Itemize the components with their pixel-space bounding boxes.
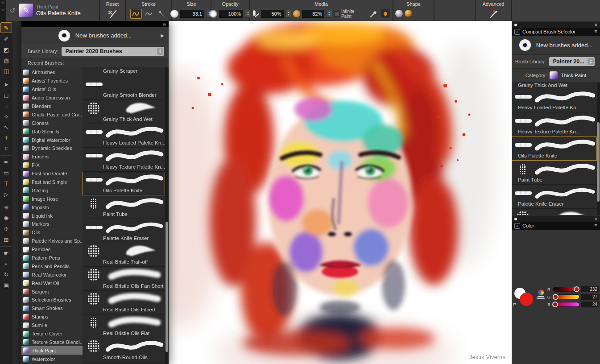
color-panel-titlebar[interactable]: × Color ≡ — [512, 222, 600, 230]
brush-panel-titlebar[interactable]: ≡ — [21, 21, 169, 27]
brush-category-item[interactable]: Cloners — [21, 119, 83, 127]
brush-category-item[interactable]: Liquid Ink — [21, 211, 83, 220]
grabber-hand-tool[interactable]: ☛ — [1, 248, 12, 258]
brush-category-item[interactable]: Pattern Pens — [21, 254, 83, 262]
brush-category-item[interactable]: Artists' Oils — [21, 85, 83, 94]
brush-category-item[interactable]: Artists' Favorites — [21, 77, 83, 85]
brush-variant-item[interactable]: Real Bristle Trail-off — [512, 209, 597, 215]
brush-category-item[interactable]: Real Wet Oil — [21, 279, 83, 287]
brush-category-item[interactable]: Chalk, Pastel and Cra... — [21, 110, 83, 119]
brush-tool[interactable]: ✎ — [0, 22, 12, 33]
brush-category-item[interactable]: Dynamic Speckles — [21, 144, 83, 153]
brush-library-dropdown[interactable]: Painter 2020 Brushes ▲▼ — [62, 47, 164, 56]
brush-variant-item[interactable]: Heavy Loaded Palette Kn... — [83, 124, 165, 148]
advanced-brush-icon[interactable] — [488, 9, 498, 18]
rc-brush-library-dropdown[interactable]: Painter 20... ▲▼ — [549, 57, 595, 66]
swap-colors-icon[interactable]: ⇄ — [513, 302, 517, 306]
variant-list-scrollbar[interactable] — [165, 67, 169, 364]
brush-variant-item[interactable]: Grainy Scraper — [83, 67, 165, 76]
size-dab-icon[interactable] — [170, 10, 178, 18]
crop-tool[interactable]: ⌗ — [1, 144, 12, 153]
mirror-painting-tool[interactable]: ✳ — [1, 203, 12, 212]
rc-variant-list-scrollbar[interactable] — [597, 83, 600, 215]
magnifier-tool[interactable]: ⌕ — [1, 259, 12, 269]
shape-sphere-icon[interactable] — [395, 10, 403, 17]
brush-variant-item[interactable]: Oils Palette Knife — [512, 136, 597, 161]
brush-category-item[interactable]: Pens and Pencils — [21, 262, 83, 270]
perspective-guides-tool[interactable]: ⊞ — [1, 235, 12, 244]
brush-category-item[interactable]: Airbrushes — [21, 68, 83, 77]
freehand-stroke-button[interactable] — [130, 9, 142, 19]
brush-category-item[interactable]: Real Watercolor — [21, 270, 83, 279]
media-flow-value-field[interactable]: 50% — [261, 10, 284, 18]
brush-category-item[interactable]: Oils — [21, 228, 83, 237]
media-flow-stepper[interactable]: ▲▼ — [286, 10, 292, 18]
brush-category-item[interactable]: Fast and Ornate — [21, 170, 83, 178]
brush-category-item[interactable]: Smart Strokes — [21, 304, 83, 313]
gradient-tool[interactable]: ▧ — [1, 55, 12, 65]
infinite-paint-checkbox[interactable] — [334, 11, 339, 17]
brush-variant-item[interactable]: Heavy Loaded Palette Kn... — [512, 88, 597, 112]
eyedropper-icon[interactable] — [370, 10, 378, 18]
selection-adjuster-tool[interactable]: ✛ — [1, 133, 12, 143]
brush-category-item[interactable]: Texture Cover — [21, 330, 83, 338]
brush-category-item[interactable]: Digital Watercolor — [21, 136, 83, 144]
channel-value-field[interactable]: 27 — [581, 294, 599, 300]
lasso-tool[interactable]: ◌ — [1, 101, 12, 111]
brush-category-item[interactable]: Erasers — [21, 153, 83, 161]
rc-category-row[interactable]: Category: Thick Paint — [512, 69, 600, 83]
brush-variant-item[interactable]: Grainy Smooth Blender — [83, 76, 165, 100]
channel-slider[interactable] — [553, 287, 579, 292]
brush-variant-item[interactable]: Real Bristle Oils Flat — [83, 314, 165, 338]
brush-ghost-toggle-icon[interactable]: ↺ — [8, 6, 17, 15]
brush-variant-item[interactable]: Grainy Thick And Wet — [512, 83, 597, 88]
compact-brush-selector-titlebar[interactable]: × Compact Brush Selector ≡ — [512, 28, 600, 36]
brush-category-item[interactable]: Blenders — [21, 102, 83, 111]
close-icon[interactable]: × — [514, 29, 520, 35]
brush-variant-item[interactable]: Real Bristle Trail-off — [83, 243, 165, 267]
eraser-tool[interactable]: ◫ — [1, 66, 12, 76]
magic-wand-tool[interactable]: ✧ — [1, 112, 12, 121]
brush-variant-item[interactable]: Heavy Texture Palette Kn... — [83, 148, 165, 171]
brush-variant-item[interactable]: Palette Knife Eraser — [512, 185, 597, 209]
brush-category-item[interactable]: Selection Brushes — [21, 296, 83, 304]
text-tool[interactable]: T — [1, 178, 12, 188]
slider-handle[interactable] — [574, 286, 579, 292]
color-drawer-bar[interactable]: ≡ — [512, 216, 600, 222]
banner-arrow-icon[interactable]: ▶ — [161, 33, 164, 38]
channel-value-field[interactable]: 24 — [581, 302, 599, 307]
brush-variant-item[interactable]: Heavy Texture Palette Kn... — [512, 112, 597, 136]
slider-handle[interactable] — [553, 294, 559, 300]
brush-category-item[interactable]: F-X — [21, 161, 83, 170]
painting[interactable]: Jesus Viveros — [156, 21, 512, 364]
color-drawer-menu-icon[interactable]: ≡ — [595, 217, 597, 221]
reset-brush-icon[interactable] — [108, 9, 117, 18]
color-options-icon[interactable]: ≡ — [594, 223, 597, 228]
brush-variant-item[interactable]: Paint Tube — [512, 161, 597, 185]
channel-value-field[interactable]: 232 — [581, 286, 599, 292]
drawer-menu-icon[interactable]: ≡ — [595, 23, 597, 27]
panel-options-icon[interactable]: ≡ — [594, 29, 597, 34]
brush-variant-item[interactable]: Palette Knife Eraser — [83, 219, 165, 243]
layer-adjuster-tool[interactable]: ➤ — [1, 79, 12, 89]
brush-category-item[interactable]: Particles — [21, 245, 83, 254]
dropper-tool[interactable]: ✐ — [1, 34, 12, 44]
scrollbar-thumb[interactable] — [166, 222, 168, 352]
mixer-pad-button[interactable] — [380, 9, 391, 19]
brush-variant-item[interactable]: Real Bristle Oils Filbert — [83, 291, 165, 314]
rotate-page-tool[interactable]: ↻ — [1, 269, 12, 279]
brush-category-item[interactable]: Texture Source Blendi... — [21, 338, 83, 347]
brush-category-item[interactable]: Watercolor — [21, 355, 83, 363]
media-amount-value-field[interactable]: 82% — [302, 10, 324, 18]
brush-variant-item[interactable]: Paint Tube — [83, 195, 165, 219]
brush-variant-item[interactable]: Real Bristle Oils Fan Short — [83, 267, 165, 290]
slider-handle[interactable] — [552, 302, 558, 307]
brush-category-item[interactable]: Audio Expression — [21, 94, 83, 102]
brush-variant-item[interactable]: Grainy Thick And Wet — [83, 100, 165, 124]
color-swatches[interactable]: ⇄ — [513, 287, 534, 307]
brush-category-item[interactable]: Glazing — [21, 186, 83, 194]
channel-slider[interactable] — [553, 302, 579, 307]
brush-variant-item[interactable]: Oils Palette Knife — [83, 172, 165, 195]
brush-category-item[interactable]: Image Hose — [21, 194, 83, 203]
media-amount-stepper[interactable]: ▲▼ — [326, 10, 332, 18]
